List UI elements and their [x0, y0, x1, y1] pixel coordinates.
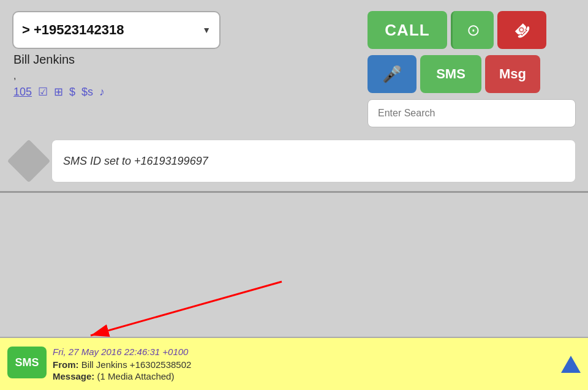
main-container: > +19523142318 ▼ Bill Jenkins , 105 ☑ ⊞ …: [0, 0, 588, 390]
record-icon: ⊙: [467, 21, 480, 40]
dollar-icon[interactable]: $: [69, 86, 75, 99]
diamond-inner: [7, 140, 51, 183]
dropdown-arrow-icon[interactable]: ▼: [202, 25, 211, 35]
dollars-icon[interactable]: $s: [81, 86, 93, 99]
links-row: 105 ☑ ⊞ $ $s ♪: [12, 85, 358, 99]
separator: [0, 191, 588, 193]
sms-message-label: Message:: [53, 371, 94, 381]
sms-button[interactable]: SMS: [420, 55, 481, 93]
phone-input[interactable]: > +19523142318 ▼: [12, 11, 221, 49]
hangup-button[interactable]: ☎: [497, 11, 546, 49]
link-105[interactable]: 105: [13, 86, 32, 99]
sms-id-text: SMS ID set to +16193199697: [63, 155, 208, 168]
top-section: > +19523142318 ▼ Bill Jenkins , 105 ☑ ⊞ …: [0, 0, 588, 133]
triangle-icon[interactable]: [561, 356, 581, 373]
top-button-row: CALL ⊙ ☎: [368, 11, 576, 49]
mic-button[interactable]: 🎤: [368, 55, 417, 93]
sms-from-label: From:: [53, 359, 79, 370]
left-panel: > +19523142318 ▼ Bill Jenkins , 105 ☑ ⊞ …: [12, 11, 358, 99]
nav-diamond: [12, 144, 45, 178]
sms-from-value: Bill Jenkins +16302538502: [81, 359, 192, 370]
checkbox-icon[interactable]: ☑: [38, 85, 48, 99]
sms-id-box: SMS ID set to +16193199697: [51, 140, 576, 182]
record-button[interactable]: ⊙: [451, 11, 494, 49]
hangup-icon: ☎: [510, 18, 533, 41]
contact-name: Bill Jenkins: [12, 53, 358, 67]
comma-line: ,: [12, 70, 358, 81]
phone-number-text: > +19523142318: [22, 22, 124, 38]
bottom-button-row: 🎤 SMS Msg: [368, 55, 576, 93]
sms-date: Fri, 27 May 2016 22:46:31 +0100: [53, 347, 555, 357]
grid-icon[interactable]: ⊞: [54, 85, 63, 99]
mic-icon: 🎤: [382, 65, 402, 84]
sms-from: From: Bill Jenkins +16302538502: [53, 359, 555, 370]
sms-message-value: (1 Media Attached): [97, 371, 175, 381]
search-input[interactable]: [368, 99, 576, 127]
msg-button[interactable]: Msg: [485, 55, 540, 93]
call-button[interactable]: CALL: [368, 11, 447, 49]
sms-content: Fri, 27 May 2016 22:46:31 +0100 From: Bi…: [53, 347, 555, 381]
sms-message: Message: (1 Media Attached): [53, 371, 555, 381]
sms-badge: SMS: [7, 347, 47, 378]
music-icon[interactable]: ♪: [99, 86, 105, 99]
sms-entry-section: SMS Fri, 27 May 2016 22:46:31 +0100 From…: [0, 337, 588, 390]
right-panel: CALL ⊙ ☎ 🎤 SMS Msg: [368, 11, 576, 127]
middle-section: SMS ID set to +16193199697: [0, 133, 588, 189]
svg-line-1: [91, 282, 282, 336]
